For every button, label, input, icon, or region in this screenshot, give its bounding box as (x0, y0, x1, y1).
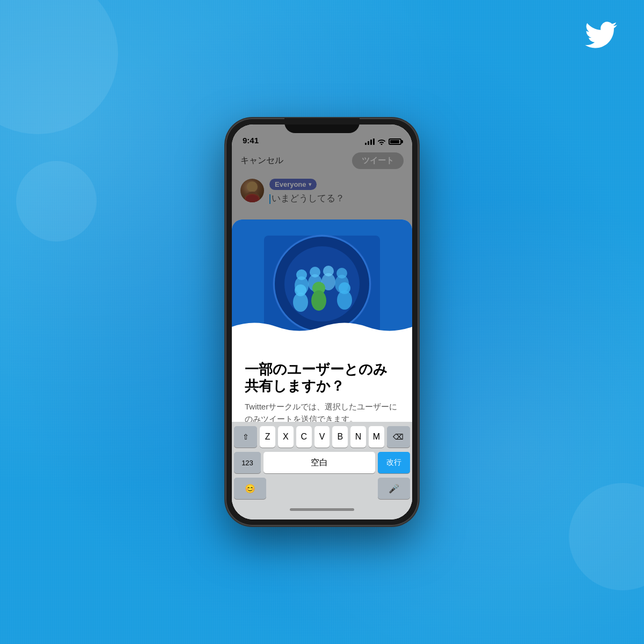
emoji-key[interactable]: 😊 (234, 478, 266, 499)
modal-overlay: 一部のユーザーとのみ共有しますか？ Twitterサークルでは、選択したユーザー… (232, 125, 412, 519)
illustration-area (232, 219, 412, 348)
svg-point-23 (293, 292, 308, 312)
twitter-logo (585, 21, 617, 50)
key-v[interactable]: V (314, 426, 330, 448)
keyboard-spacer (269, 478, 375, 499)
modal-title-text: 一部のユーザーとのみ共有しますか？ (245, 361, 387, 394)
phone-screen: 9:41 (232, 125, 412, 519)
keyboard-row-1: ⇧ Z X C V B N M ⌫ (234, 426, 410, 448)
shift-key[interactable]: ⇧ (234, 426, 257, 448)
modal-sheet: 一部のユーザーとのみ共有しますか？ Twitterサークルでは、選択したユーザー… (232, 219, 412, 519)
mic-key[interactable]: 🎤 (378, 478, 410, 499)
phone-frame: 9:41 (225, 118, 419, 526)
key-c[interactable]: C (296, 426, 312, 448)
delete-key[interactable]: ⌫ (387, 426, 410, 448)
modal-title: 一部のユーザーとのみ共有しますか？ (245, 361, 399, 394)
keyboard-row-3: 😊 🎤 (234, 478, 410, 499)
keyboard: ⇧ Z X C V B N M ⌫ 123 (232, 422, 412, 519)
svg-point-21 (311, 290, 326, 311)
svg-point-19 (337, 290, 352, 310)
home-indicator (234, 501, 410, 517)
key-m[interactable]: M (369, 426, 384, 448)
key-z[interactable]: Z (260, 426, 275, 448)
num-key[interactable]: 123 (234, 452, 261, 473)
space-key[interactable]: 空白 (264, 452, 375, 473)
key-x[interactable]: X (278, 426, 294, 448)
return-key[interactable]: 改行 (378, 452, 410, 473)
key-n[interactable]: N (350, 426, 366, 448)
keyboard-row-2: 123 空白 改行 (234, 452, 410, 473)
phone-mockup: 9:41 (225, 118, 419, 526)
key-b[interactable]: B (332, 426, 348, 448)
home-bar (290, 508, 354, 511)
